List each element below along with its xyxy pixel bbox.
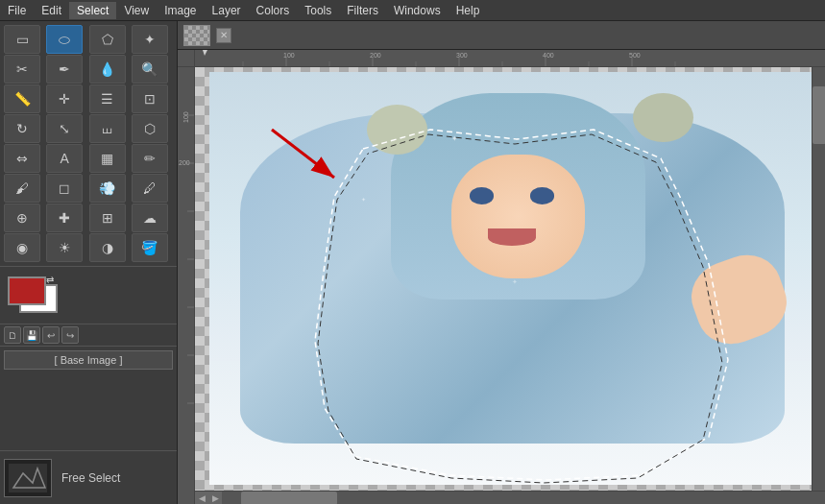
horizontal-ruler: 100 200 300 400 500 bbox=[195, 50, 825, 67]
ellipse-select-tool[interactable]: ⬭ bbox=[46, 25, 83, 54]
move-tool[interactable]: ✛ bbox=[46, 84, 83, 113]
free-select-area: Free Select bbox=[0, 450, 177, 504]
perspective-tool[interactable]: ⬡ bbox=[132, 114, 168, 143]
zoom-tool[interactable]: 🔍 bbox=[132, 55, 168, 84]
menu-edit[interactable]: Edit bbox=[34, 2, 69, 19]
shear-tool[interactable]: ⧢ bbox=[89, 114, 126, 143]
image-titlebar: ✕ bbox=[178, 21, 825, 50]
paths-tool[interactable]: ✒ bbox=[46, 55, 83, 84]
layer-area: [ Base Image ] bbox=[0, 347, 177, 450]
rect-select-tool[interactable]: ▭ bbox=[4, 25, 40, 54]
vertical-ruler: 100 200 bbox=[178, 67, 195, 504]
scissors-tool[interactable]: ✂ bbox=[4, 55, 40, 84]
scale-tool[interactable]: ⤡ bbox=[46, 114, 83, 143]
extra-buttons-row: 🗋 💾 ↩ ↪ bbox=[0, 324, 177, 347]
base-image-label: [ Base Image ] bbox=[4, 350, 173, 370]
rotate-tool[interactable]: ↻ bbox=[4, 114, 40, 143]
toolbox: ▭ ⬭ ⬠ ✦ ✂ ✒ 💧 🔍 📏 ✛ ☰ ⊡ ↻ ⤡ ⧢ ⬡ ⇔ A ▦ ✏ bbox=[0, 21, 178, 504]
canvas-content: ✦ ✦ ✦ bbox=[209, 72, 814, 485]
svg-text:100: 100 bbox=[182, 111, 189, 123]
save-btn[interactable]: 💾 bbox=[23, 326, 40, 344]
ink-tool[interactable]: 🖊 bbox=[132, 174, 168, 203]
tool-grid: ▭ ⬭ ⬠ ✦ ✂ ✒ 💧 🔍 📏 ✛ ☰ ⊡ ↻ ⤡ ⧢ ⬡ ⇔ A ▦ ✏ bbox=[0, 21, 177, 267]
pencil-tool[interactable]: ✏ bbox=[132, 144, 168, 173]
menu-file[interactable]: File bbox=[0, 2, 34, 19]
free-select-tool[interactable]: ⬠ bbox=[89, 25, 126, 54]
layer-thumbnail bbox=[4, 459, 52, 497]
menu-windows[interactable]: Windows bbox=[386, 2, 449, 19]
perspective-clone-tool[interactable]: ⊞ bbox=[89, 204, 126, 232]
menu-view[interactable]: View bbox=[116, 2, 157, 19]
heal-tool[interactable]: ✚ bbox=[46, 204, 83, 232]
menu-select[interactable]: Select bbox=[69, 2, 116, 19]
redo-btn[interactable]: ↪ bbox=[61, 326, 79, 344]
foreground-color-swatch[interactable] bbox=[8, 276, 46, 305]
image-thumbnail bbox=[183, 25, 210, 46]
color-picker-tool[interactable]: 💧 bbox=[89, 55, 126, 84]
paintbrush-tool[interactable]: 🖌 bbox=[4, 174, 40, 203]
svg-text:400: 400 bbox=[543, 52, 554, 59]
baby-image: ✦ ✦ ✦ bbox=[209, 72, 814, 485]
menu-image[interactable]: Image bbox=[157, 2, 204, 19]
svg-text:300: 300 bbox=[456, 52, 468, 59]
menu-layer[interactable]: Layer bbox=[205, 2, 249, 19]
paint-bucket-tool[interactable]: 🪣 bbox=[132, 233, 168, 262]
free-select-label: Free Select bbox=[61, 471, 120, 485]
convolve-tool[interactable]: ◉ bbox=[4, 233, 40, 262]
horizontal-scrollbar[interactable]: ◀ ▶ bbox=[195, 491, 825, 504]
airbrush-tool[interactable]: 💨 bbox=[89, 174, 126, 203]
menu-help[interactable]: Help bbox=[449, 2, 488, 19]
clone-tool[interactable]: ⊕ bbox=[4, 204, 40, 232]
svg-text:100: 100 bbox=[283, 52, 295, 59]
desaturate-tool[interactable]: ◑ bbox=[89, 233, 126, 262]
eraser-tool[interactable]: ◻ bbox=[46, 174, 83, 203]
new-image-btn[interactable]: 🗋 bbox=[4, 326, 21, 344]
color-area: ⇄ bbox=[0, 267, 177, 324]
menu-filters[interactable]: Filters bbox=[339, 2, 386, 19]
svg-text:500: 500 bbox=[629, 52, 641, 59]
scroll-left-btn[interactable]: ◀ bbox=[195, 492, 208, 505]
svg-text:200: 200 bbox=[179, 159, 190, 166]
scrollbar-thumb-h[interactable] bbox=[241, 492, 337, 504]
ruler-container: 100 200 bbox=[178, 50, 825, 504]
text-tool[interactable]: A bbox=[46, 144, 83, 173]
undo-btn[interactable]: ↩ bbox=[42, 326, 60, 344]
menu-colors[interactable]: Colors bbox=[249, 2, 298, 19]
svg-text:200: 200 bbox=[370, 52, 381, 59]
blend-tool[interactable]: ▦ bbox=[89, 144, 126, 173]
scroll-right-btn[interactable]: ▶ bbox=[208, 492, 222, 505]
align-tool[interactable]: ☰ bbox=[89, 84, 126, 113]
scrollbar-thumb-v[interactable] bbox=[813, 86, 825, 144]
canvas-viewport[interactable]: ✦ ✦ ✦ bbox=[195, 67, 825, 491]
menu-bar: File Edit Select View Image Layer Colors… bbox=[0, 0, 825, 21]
close-image-button[interactable]: ✕ bbox=[216, 28, 231, 43]
crop-tool[interactable]: ⊡ bbox=[132, 84, 168, 113]
measure-tool[interactable]: 📏 bbox=[4, 84, 40, 113]
fuzzy-select-tool[interactable]: ✦ bbox=[132, 25, 168, 54]
smudge-tool[interactable]: ☁ bbox=[132, 204, 168, 232]
main-layout: ▭ ⬭ ⬠ ✦ ✂ ✒ 💧 🔍 📏 ✛ ☰ ⊡ ↻ ⤡ ⧢ ⬡ ⇔ A ▦ ✏ bbox=[0, 21, 825, 504]
canvas-area: ✕ 100 200 bbox=[178, 21, 825, 504]
layer-thumb-inner bbox=[9, 464, 47, 492]
ruler-h-wrapper: 100 200 300 400 500 bbox=[195, 50, 825, 504]
menu-tools[interactable]: Tools bbox=[297, 2, 339, 19]
flip-tool[interactable]: ⇔ bbox=[4, 144, 40, 173]
dodge-burn-tool[interactable]: ☀ bbox=[46, 233, 83, 262]
vertical-scrollbar[interactable] bbox=[812, 67, 825, 491]
